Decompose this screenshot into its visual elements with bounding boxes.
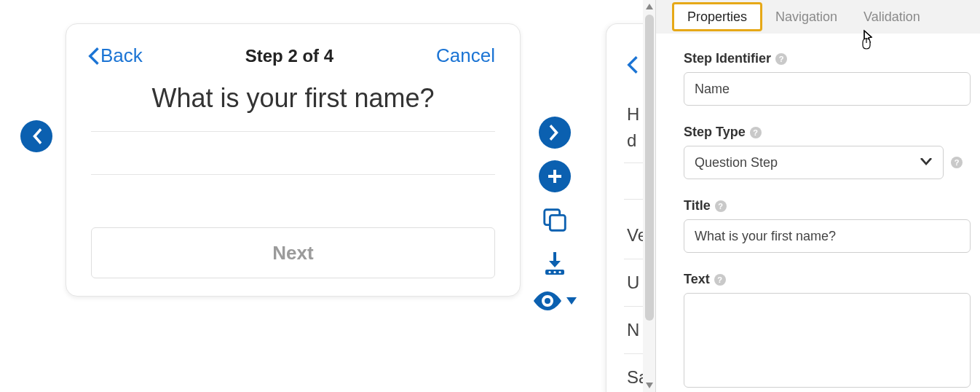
title-label: Title ? (684, 198, 963, 213)
svg-point-4 (553, 271, 556, 273)
next-step-button[interactable] (539, 117, 571, 149)
help-icon[interactable]: ? (750, 127, 762, 138)
tab-properties[interactable]: Properties (672, 2, 762, 31)
question-title: What is your first name? (66, 83, 520, 114)
step-type-label: Step Type ? (684, 125, 963, 140)
duplicate-button[interactable] (539, 204, 571, 236)
text-input[interactable] (684, 293, 971, 388)
svg-rect-1 (550, 215, 565, 230)
step-type-select[interactable]: Question Step (684, 146, 944, 179)
step-identifier-label: Step Identifier ? (684, 51, 963, 66)
help-icon[interactable]: ? (775, 53, 787, 65)
help-icon[interactable]: ? (714, 274, 726, 286)
step-identifier-input[interactable] (684, 72, 971, 106)
chevron-left-icon (88, 47, 99, 65)
peek-text: H (627, 104, 639, 125)
chevron-left-icon (30, 128, 43, 144)
svg-point-3 (548, 271, 550, 273)
divider (91, 131, 495, 132)
plus-icon (546, 168, 564, 185)
caret-down-icon (646, 383, 653, 388)
chevron-right-icon (548, 125, 561, 141)
tab-navigation[interactable]: Navigation (762, 0, 850, 34)
back-button[interactable] (627, 56, 638, 77)
back-button[interactable]: Back (88, 44, 143, 67)
chevron-left-icon (627, 56, 638, 74)
prev-step-button[interactable] (20, 120, 52, 152)
next-button[interactable]: Next (91, 227, 495, 278)
help-icon[interactable]: ? (715, 200, 727, 212)
next-label: Next (272, 242, 313, 264)
eye-icon (533, 291, 562, 310)
title-input[interactable] (684, 219, 971, 253)
svg-point-6 (545, 298, 550, 304)
scroll-down-button[interactable] (643, 379, 656, 392)
properties-panel: Properties Navigation Validation Step Id… (656, 0, 980, 392)
scroll-up-button[interactable] (643, 0, 656, 13)
step-type-value: Question Step (695, 155, 778, 170)
preview-button[interactable] (533, 291, 577, 310)
step-indicator: Step 2 of 4 (245, 46, 333, 66)
caret-down-icon (566, 297, 577, 305)
scrollbar-thumb[interactable] (645, 15, 654, 321)
add-step-button[interactable] (539, 160, 571, 192)
copy-icon (541, 206, 569, 234)
panel-tabs: Properties Navigation Validation (656, 0, 980, 34)
divider (91, 174, 495, 175)
download-icon (542, 251, 568, 277)
cancel-button[interactable]: Cancel (436, 44, 495, 67)
tab-validation[interactable]: Validation (850, 0, 933, 34)
download-button[interactable] (539, 248, 571, 280)
step-card: Back Step 2 of 4 Cancel What is your fir… (66, 23, 521, 297)
svg-point-5 (558, 271, 561, 273)
help-icon[interactable]: ? (951, 157, 963, 168)
caret-up-icon (646, 4, 653, 9)
back-label: Back (100, 44, 143, 67)
text-label: Text ? (684, 272, 963, 287)
chevron-down-icon (920, 158, 933, 167)
vertical-scrollbar[interactable] (643, 0, 656, 392)
peek-text: d (627, 130, 639, 151)
